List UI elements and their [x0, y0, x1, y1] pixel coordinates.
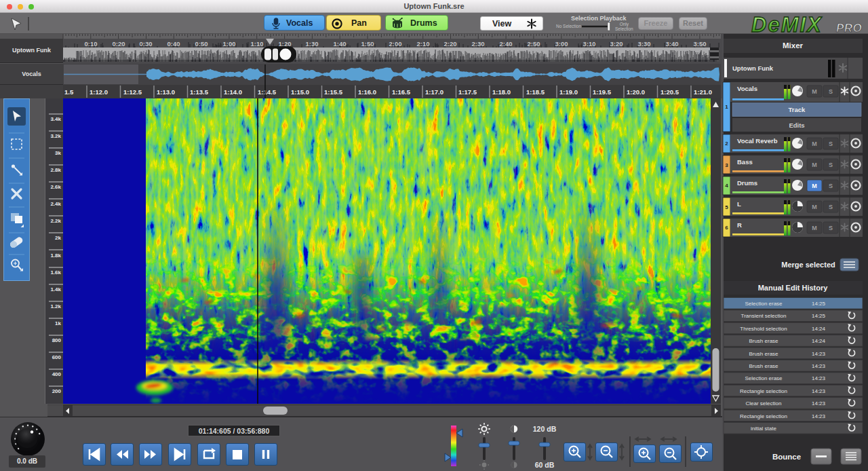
svg-text:1:18.5: 1:18.5 — [526, 88, 545, 96]
svg-text:M: M — [812, 88, 817, 95]
svg-text:Vocals: Vocals — [737, 85, 757, 92]
svg-text:1:20.5: 1:20.5 — [660, 88, 679, 96]
svg-text:Track: Track — [789, 106, 806, 113]
svg-text:Brush erase: Brush erase — [749, 363, 778, 369]
svg-text:14:23: 14:23 — [812, 388, 826, 394]
svg-text:1:21.0: 1:21.0 — [694, 88, 712, 96]
svg-text:Rectangle selection: Rectangle selection — [740, 413, 787, 419]
svg-text:1:14.0: 1:14.0 — [224, 88, 242, 96]
svg-text:M: M — [812, 204, 817, 210]
svg-text:S: S — [829, 204, 833, 210]
svg-text:1:12.5: 1:12.5 — [123, 88, 142, 96]
svg-text:1:16.5: 1:16.5 — [392, 88, 411, 96]
svg-text:120 dB: 120 dB — [533, 425, 557, 433]
svg-text:3: 3 — [725, 162, 728, 168]
svg-text:M: M — [812, 162, 817, 168]
svg-text:2.6k: 2.6k — [50, 184, 61, 190]
svg-text:14:24: 14:24 — [812, 338, 826, 344]
svg-text:1:19.0: 1:19.0 — [559, 88, 578, 96]
svg-text:Threshold selection: Threshold selection — [740, 326, 787, 332]
svg-text:200: 200 — [52, 388, 62, 394]
svg-text:Edits: Edits — [789, 121, 804, 129]
svg-text:S: S — [829, 183, 833, 189]
svg-text:PRO: PRO — [836, 22, 862, 35]
svg-text:6: 6 — [725, 225, 728, 231]
svg-text:1.6k: 1.6k — [50, 269, 61, 276]
svg-text:14:24: 14:24 — [812, 326, 826, 332]
svg-text:3:10: 3:10 — [583, 40, 595, 48]
svg-text:14:23: 14:23 — [812, 375, 826, 381]
svg-text:Bounce: Bounce — [772, 453, 801, 461]
svg-text:1:13.0: 1:13.0 — [157, 88, 175, 96]
svg-text:1:13.5: 1:13.5 — [190, 88, 209, 96]
svg-text:0:10: 0:10 — [84, 40, 97, 48]
svg-text:Manual Edit History: Manual Edit History — [758, 284, 829, 292]
svg-text:1:10: 1:10 — [250, 40, 263, 48]
svg-text:2:00: 2:00 — [389, 40, 401, 48]
svg-text:5: 5 — [725, 204, 728, 210]
svg-text:1:40: 1:40 — [333, 40, 346, 48]
svg-text:600: 600 — [52, 354, 62, 360]
svg-text:3.2k: 3.2k — [50, 133, 61, 139]
svg-text:S: S — [829, 88, 833, 95]
svg-text:2:10: 2:10 — [416, 40, 429, 48]
svg-text:Uptown Funk: Uptown Funk — [732, 64, 774, 72]
svg-text:Rectangle selection: Rectangle selection — [740, 388, 787, 394]
svg-text:14:23: 14:23 — [812, 363, 826, 369]
svg-text:2:50: 2:50 — [527, 40, 540, 48]
svg-text:2.2k: 2.2k — [50, 218, 61, 224]
svg-text:2:40: 2:40 — [499, 40, 512, 48]
svg-text:1:00: 1:00 — [222, 40, 235, 48]
svg-text:1.4k: 1.4k — [50, 286, 61, 293]
svg-text:Clear selection: Clear selection — [746, 400, 782, 407]
svg-text:2: 2 — [725, 140, 728, 147]
svg-text:1:16.0: 1:16.0 — [358, 88, 376, 96]
svg-text:14:23: 14:23 — [812, 413, 826, 419]
svg-text:1:17.5: 1:17.5 — [458, 88, 477, 96]
svg-text:Vocal Reverb: Vocal Reverb — [737, 137, 778, 145]
svg-text:1:50: 1:50 — [361, 40, 374, 48]
svg-text:Transient selection: Transient selection — [741, 313, 787, 319]
svg-text:2:20: 2:20 — [443, 40, 456, 48]
svg-text:2:30: 2:30 — [471, 40, 484, 48]
svg-text:3:30: 3:30 — [637, 40, 650, 48]
svg-text:0:40: 0:40 — [167, 40, 180, 48]
svg-text:1:17.0: 1:17.0 — [425, 88, 443, 96]
svg-text:0:30: 0:30 — [139, 40, 152, 48]
svg-text:3k: 3k — [55, 150, 61, 156]
svg-text:1:19.5: 1:19.5 — [593, 88, 612, 96]
svg-text:3:00: 3:00 — [555, 40, 568, 48]
svg-text:3:50: 3:50 — [693, 40, 706, 48]
svg-text:2k: 2k — [55, 235, 61, 241]
svg-text:M: M — [812, 225, 817, 231]
svg-text:Selection erase: Selection erase — [745, 375, 783, 381]
svg-text:S: S — [829, 225, 833, 231]
svg-text:Selection erase: Selection erase — [745, 301, 783, 307]
svg-text:14:25: 14:25 — [812, 313, 826, 319]
svg-text:1.2k: 1.2k — [50, 303, 61, 309]
svg-text:14:23: 14:23 — [812, 400, 826, 407]
svg-text:0:50: 0:50 — [195, 40, 208, 48]
svg-text:2.8k: 2.8k — [50, 167, 61, 173]
svg-text:1.5: 1.5 — [64, 88, 74, 96]
svg-text:Brush erase: Brush erase — [749, 351, 778, 357]
svg-text:3:20: 3:20 — [610, 40, 623, 48]
svg-text:14:25: 14:25 — [812, 301, 826, 307]
svg-text:1:14.5: 1:14.5 — [258, 88, 277, 96]
svg-text:3.4k: 3.4k — [50, 116, 61, 122]
svg-text:S: S — [829, 140, 833, 147]
svg-text:400: 400 — [52, 371, 62, 377]
svg-text:0:20: 0:20 — [112, 40, 125, 48]
svg-text:4: 4 — [725, 183, 728, 189]
svg-text:1:30: 1:30 — [305, 40, 318, 48]
svg-text:initial state: initial state — [751, 426, 776, 432]
svg-text:DeMIX: DeMIX — [751, 14, 823, 35]
svg-text:1.8k: 1.8k — [50, 252, 61, 259]
svg-text:1:15.0: 1:15.0 — [291, 88, 309, 96]
svg-text:L: L — [737, 200, 741, 208]
svg-text:14:23: 14:23 — [812, 351, 826, 357]
svg-text:S: S — [829, 162, 833, 168]
svg-text:1: 1 — [725, 104, 728, 110]
svg-text:60 dB: 60 dB — [535, 461, 555, 469]
svg-text:Mixer: Mixer — [783, 41, 804, 50]
